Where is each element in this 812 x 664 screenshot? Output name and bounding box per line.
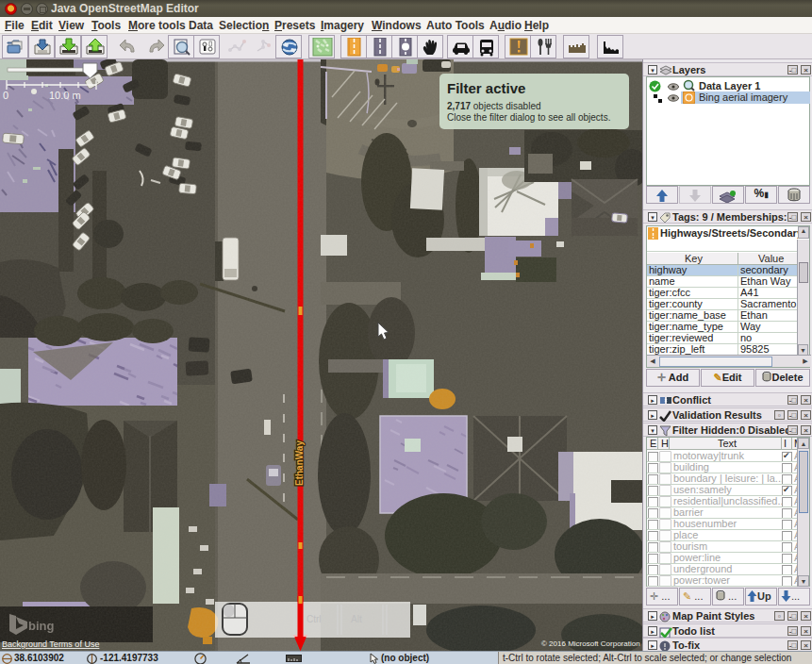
svg-text:Close the filter dialog to see: Close the filter dialog to see all objec… — [447, 112, 610, 123]
svg-text:10.0 m: 10.0 m — [49, 90, 81, 101]
svg-text:Filter active: Filter active — [447, 80, 525, 96]
svg-text:2,717 objects disabled: 2,717 objects disabled — [447, 101, 541, 111]
svg-text:Alt: Alt — [351, 614, 362, 624]
svg-text:Ctrl: Ctrl — [307, 614, 322, 624]
svg-text:0: 0 — [3, 90, 8, 101]
svg-text:bing: bing — [28, 619, 54, 633]
svg-text:Background Terms of Use: Background Terms of Use — [2, 639, 99, 649]
svg-text:© 2016 Microsoft Corporation: © 2016 Microsoft Corporation — [541, 639, 640, 648]
